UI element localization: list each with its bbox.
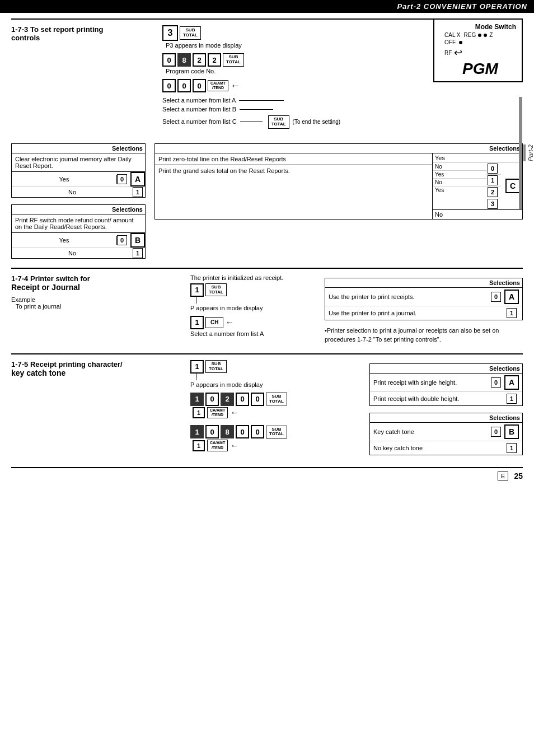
s175-b-arrow-row: 1 CA/AMT/TEND ←: [193, 440, 358, 451]
s175-table-a: Selections Print receipt with single hei…: [369, 363, 523, 406]
section-173: 1-7-3 To set report printing controls 3 …: [11, 18, 523, 259]
line-a: [239, 100, 284, 101]
key-0b: 0: [162, 79, 176, 92]
table-b-header: Selections: [12, 205, 145, 214]
s175-b-k1: 1: [190, 425, 204, 438]
s175-a-k2: 0: [205, 393, 219, 406]
table-b-yes-val: 0: [117, 235, 127, 245]
s175-b-row0-label: Key catch tone: [373, 428, 491, 435]
table-a-no-val: 1: [133, 187, 143, 197]
table-c: Selections Print zero-total line on the …: [154, 143, 523, 220]
ch-key: CH: [205, 317, 223, 328]
page-footer: E 25: [11, 472, 523, 480]
s175-b-row1-val: 1: [507, 443, 517, 453]
table-a: Selections Clear electronic journal memo…: [11, 143, 146, 198]
step1-note: P3 appears in mode display: [166, 42, 523, 49]
s174-left: 1-7-4 Printer switch for Receipt or Jour…: [11, 274, 179, 344]
s175-b-row0-val: 0: [491, 427, 501, 437]
subtotal-end-btn: SUBTOTAL: [268, 115, 289, 129]
select-a-label: Select a number from list A: [162, 97, 236, 104]
s175-steps: 1 SUBTOTAL P appears in mode display 1 0…: [190, 360, 358, 456]
s174-row0-val: 0: [491, 292, 501, 302]
s175-a-subtotal: SUBTOTAL: [266, 393, 287, 406]
s175-table-a-header: Selections: [370, 364, 522, 374]
badge-c: C: [505, 179, 520, 193]
c-val-0: 0: [488, 164, 498, 174]
select-c-label: Select a number from list C: [162, 118, 237, 125]
key-0a: 0: [162, 53, 176, 67]
s174-key-1: 1: [190, 283, 204, 297]
s174-bullet-note: •Printer selection to print a journal or…: [325, 326, 523, 344]
select-b-label: Select a number from list B: [162, 106, 236, 113]
s175-a-ca-amt: CA/AMT/TEND: [207, 407, 228, 419]
s175-step1-note: P appears in mode display: [190, 381, 358, 388]
step2-note: Program code No.: [166, 68, 523, 74]
s175-a-row1-label: Print receipt with double height.: [373, 395, 507, 402]
s175-b-eq: 1: [193, 440, 205, 451]
s175-seq-b-keys: 1 0 8 0 0 SUBTOTAL: [190, 425, 358, 438]
s175-badge-b: B: [504, 424, 519, 439]
s174-step2-keys: 1 CH ←: [190, 316, 313, 329]
s175-left: 1-7-5 Receipt printing character/ key ca…: [11, 360, 179, 456]
s174-steps: The printer is initialized as receipt. 1…: [190, 274, 313, 344]
step2-keys: 0 8 2 2 SUBTOTAL: [162, 53, 523, 67]
s175-a-eq: 1: [193, 407, 205, 418]
s175-seq-a: 1 0 2 0 0 SUBTOTAL 1 CA/AMT/TEND ←: [190, 393, 358, 419]
part2-label: Part-2: [523, 144, 534, 161]
table-c-header: Selections: [155, 144, 522, 153]
badge-b: B: [130, 233, 145, 248]
s174-key-ch: 1: [190, 316, 204, 329]
table-c-area: Selections Print zero-total line on the …: [154, 140, 523, 220]
bottom-line: [11, 467, 523, 468]
section-174: 1-7-4 Printer switch for Receipt or Jour…: [11, 268, 523, 344]
header-title: Part-2 CONVENIENT OPERATION: [397, 2, 527, 11]
select-c-line: Select a number from list C SUBTOTAL (To…: [162, 115, 523, 129]
s174-table-header: Selections: [325, 278, 522, 288]
s174-title: 1-7-4 Printer switch for Receipt or Jour…: [11, 274, 179, 292]
s174-example: Example To print a journal: [11, 296, 179, 310]
key-8: 8: [177, 53, 191, 67]
page-e-badge: E: [498, 472, 508, 480]
s174-step1-keys: 1 SUBTOTAL: [190, 283, 313, 297]
s174-row1-label: Use the printer to print a journal.: [329, 310, 507, 316]
key-0c: 0: [177, 79, 191, 92]
s174-table: Selections Use the printer to print rece…: [325, 278, 523, 320]
subtotal-btn-1: SUBTOTAL: [180, 26, 201, 40]
step1-keys: 3 SUBTOTAL: [162, 25, 523, 41]
step3-keys: 0 0 0 CA/AMT/TEND ←: [162, 79, 523, 92]
s175-a-row0-val: 0: [491, 377, 501, 388]
s174-step2: 1 CH ← Select a number from list A: [190, 316, 313, 337]
ca-amt-key-1: CA/AMT/TEND: [208, 80, 228, 92]
s174-subtotal-btn: SUBTOTAL: [205, 283, 227, 297]
page-header: Part-2 CONVENIENT OPERATION: [0, 0, 534, 13]
s175-step1: 1 SUBTOTAL P appears in mode display: [190, 360, 358, 388]
s174-step1-note: P appears in mode display: [190, 305, 313, 311]
s175-a-row0-label: Print receipt with single height.: [373, 379, 491, 386]
s175-b-k5: 0: [251, 425, 264, 438]
section-175: 1-7-5 Receipt printing character/ key ca…: [11, 353, 523, 456]
s175-a-k3: 2: [221, 393, 234, 406]
key-2b: 2: [208, 53, 221, 67]
end-setting-note: (To end the setting): [293, 119, 341, 125]
step-2-block: 0 8 2 2 SUBTOTAL Program code No.: [162, 53, 523, 74]
s175-b-ca-amt: CA/AMT/TEND: [207, 440, 228, 451]
s175-a-k1: 1: [190, 393, 204, 406]
section-173-title: 1-7-3 To set report printing controls: [11, 25, 129, 42]
table-b-desc: Print RF switch mode refund count/ amoun…: [12, 214, 145, 233]
s175-seq-a-keys: 1 0 2 0 0 SUBTOTAL: [190, 393, 358, 406]
s175-table-b: Selections Key catch tone 0 B No key cat…: [369, 413, 523, 455]
select-lines-block: Select a number from list A Select a num…: [162, 97, 523, 129]
c-val-1: 1: [488, 175, 498, 185]
arrow-left-s175b: ←: [230, 441, 239, 451]
line-b: [240, 109, 273, 110]
s175-step1-keys: 1 SUBTOTAL: [190, 360, 358, 374]
s175-b-k2: 0: [205, 425, 219, 438]
step-1-block: 3 SUBTOTAL P3 appears in mode display: [162, 25, 523, 49]
key-0d: 0: [193, 79, 206, 92]
step-3-block: 0 0 0 CA/AMT/TEND ←: [162, 79, 523, 92]
s175-a-row1-val: 1: [507, 394, 517, 404]
s175-a-k5: 0: [251, 393, 264, 406]
c-val-2: 2: [488, 187, 498, 197]
s174-connector: [196, 297, 313, 304]
line-c: [240, 122, 263, 122]
